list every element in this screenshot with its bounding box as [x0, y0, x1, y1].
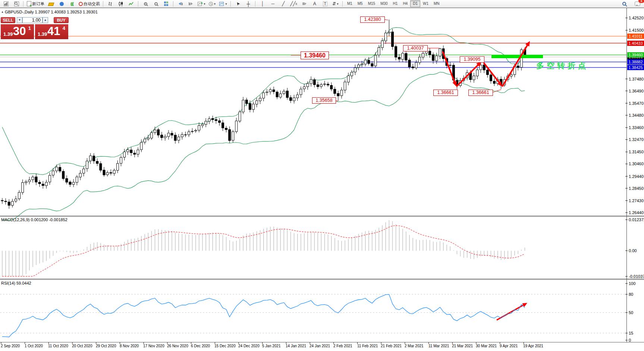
trendline-tool-button[interactable]: ╱	[278, 0, 289, 7]
periods-button[interactable]: ▼	[207, 0, 218, 7]
macd-axis-tick[interactable]: 0.00	[629, 248, 637, 253]
timeframe-button-W1[interactable]: W1	[420, 0, 431, 7]
date-axis-label[interactable]: 11 Mar 2021	[428, 344, 449, 348]
date-axis-label[interactable]: 26 Nov 2020	[167, 344, 188, 348]
date-axis-label[interactable]: 8 Nov 2020	[120, 344, 139, 348]
sell-button[interactable]: SELL	[1, 17, 15, 23]
templates-button[interactable]: ▼	[218, 0, 229, 7]
date-axis-label[interactable]: 21 Mar 2021	[452, 344, 473, 348]
rsi-axis-tick[interactable]: 0	[629, 338, 631, 342]
price-axis-tick[interactable]: 1.37480	[629, 77, 644, 81]
equidistant-channel-tool-button[interactable]: ╱╱E	[289, 0, 299, 7]
price-axis-tick[interactable]: 1.36490	[629, 89, 644, 93]
date-axis-label[interactable]: 11 Oct 2020	[48, 344, 68, 348]
date-axis-label[interactable]: 2 Sep 2020	[1, 344, 20, 348]
price-axis-tick[interactable]: 1.35470	[629, 101, 644, 106]
crosshair-tool-button[interactable]: ┼	[243, 0, 254, 7]
search-button[interactable]	[619, 0, 629, 7]
price-axis-tick[interactable]: 1.28450	[629, 186, 644, 191]
price-axis-tick[interactable]: 1.29440	[629, 174, 644, 179]
date-axis-label[interactable]: 1 Oct 2020	[25, 344, 43, 348]
volume-stepper-up[interactable]: ▲	[43, 17, 48, 23]
price-axis-tick[interactable]: 1.26440	[629, 210, 644, 215]
rsi-axis-tick[interactable]: 100	[629, 281, 635, 286]
rsi-axis-tick[interactable]: 50	[629, 310, 633, 315]
date-axis-label[interactable]: 20 Oct 2020	[72, 344, 92, 348]
date-axis-label[interactable]: 14 Jan 2021	[286, 344, 306, 348]
buy-button[interactable]: BUY	[54, 17, 69, 23]
community-button[interactable]	[56, 0, 67, 7]
macd-axis-tick[interactable]: -0.010374	[629, 274, 644, 279]
one-click-collapse-icon[interactable]: ▲	[1, 10, 4, 13]
line-chart-button[interactable]	[126, 0, 136, 7]
text-tool-button[interactable]: A	[310, 0, 320, 7]
price-axis-tick[interactable]: 1.30460	[629, 162, 644, 166]
date-axis-label[interactable]: 29 Oct 2020	[96, 344, 116, 348]
price-label-annotation[interactable]: 1.35658	[312, 97, 336, 104]
signals-button[interactable]: (((	[67, 0, 77, 7]
price-axis-tick[interactable]: 1.31450	[629, 150, 644, 154]
profiles-button[interactable]	[11, 0, 22, 7]
timeframe-button-D1[interactable]: D1	[410, 0, 420, 7]
price-axis-tick[interactable]: 1.33460	[629, 125, 644, 130]
price-label-annotation[interactable]: 1.36661	[433, 90, 458, 96]
sell-price-display[interactable]: 1.39 30 1	[1, 24, 34, 39]
text-label-tool-button[interactable]: T	[320, 0, 330, 7]
timeframe-button-M5[interactable]: M5	[355, 0, 365, 7]
timeframe-button-H4[interactable]: H4	[400, 0, 410, 7]
indicators-button[interactable]: +▼	[196, 0, 207, 7]
date-axis-label[interactable]: 15 Dec 2020	[214, 344, 236, 348]
date-axis-label[interactable]: 24 Dec 2020	[238, 344, 260, 348]
new-order-button[interactable]: + 新订单	[25, 0, 46, 7]
price-label-annotation[interactable]: 1.42380	[360, 16, 385, 23]
zoom-in-button[interactable]: +	[140, 0, 151, 7]
timeframe-button-MN[interactable]: MN	[431, 0, 442, 7]
price-axis-tick[interactable]: 1.32470	[629, 137, 644, 142]
auto-scroll-button[interactable]	[175, 0, 186, 7]
rsi-axis-tick[interactable]: 80	[629, 292, 633, 297]
volume-stepper-down[interactable]: ▼	[17, 17, 22, 23]
horizontal-line-tool-button[interactable]: ─	[268, 0, 278, 7]
price-label-annotation[interactable]: 1.36661	[468, 90, 493, 96]
buy-price-display[interactable]: 1.39 41 4	[35, 24, 68, 39]
date-axis-label[interactable]: 24 Jan 2021	[310, 344, 330, 348]
candlestick-chart-button[interactable]	[116, 0, 126, 7]
bull-bear-turning-point-note[interactable]: 多空转折点	[536, 60, 588, 71]
arrows-tool-button[interactable]: ⇵▼	[330, 0, 341, 7]
date-axis-label[interactable]: 11 Feb 2021	[357, 344, 378, 348]
date-axis-label[interactable]: 9 Apr 2021	[500, 344, 518, 348]
new-chart-button[interactable]	[1, 0, 11, 7]
date-axis-label[interactable]: 6 Dec 2020	[191, 344, 210, 348]
price-axis-tick[interactable]: 1.27430	[629, 198, 644, 203]
price-axis-tick[interactable]: 1.41500	[629, 28, 644, 32]
tile-windows-button[interactable]	[161, 0, 172, 7]
timeframe-button-M1[interactable]: M1	[345, 0, 355, 7]
macd-axis-tick[interactable]: 0.012372	[629, 217, 644, 222]
zoom-out-button[interactable]: -	[151, 0, 161, 7]
fibonacci-tool-button[interactable]: ≡F	[299, 0, 310, 7]
deposit-button[interactable]	[46, 0, 56, 7]
date-axis-label[interactable]: 17 Nov 2020	[143, 344, 164, 348]
chart-shift-button[interactable]	[186, 0, 196, 7]
date-axis-label[interactable]: 21 Feb 2021	[381, 344, 402, 348]
price-label-annotation[interactable]: 1.39095	[460, 56, 484, 63]
price-axis-tick[interactable]: 1.34480	[629, 113, 644, 117]
date-axis-label[interactable]: 30 Mar 2021	[476, 344, 497, 348]
date-axis-label[interactable]: 2 Feb 2021	[333, 344, 352, 348]
autotrading-button[interactable]: 自动交易	[77, 0, 101, 7]
volume-input[interactable]: 1.00	[22, 17, 43, 23]
rsi-axis-tick[interactable]: 15	[629, 331, 633, 335]
timeframe-button-M15[interactable]: M15	[365, 0, 378, 7]
timeframe-button-M30[interactable]: M30	[378, 0, 390, 7]
date-axis-label[interactable]: 19 Apr 2021	[523, 344, 543, 348]
date-axis-label[interactable]: 5 Jan 2021	[262, 344, 281, 348]
timeframe-button-H1[interactable]: H1	[390, 0, 400, 7]
vertical-line-tool-button[interactable]: │	[257, 0, 268, 7]
bar-chart-button[interactable]	[105, 0, 116, 7]
price-axis-tick[interactable]: 1.42520	[629, 16, 644, 20]
price-label-annotation[interactable]: 1.40037	[403, 45, 428, 51]
notifications-button[interactable]: 1	[629, 0, 642, 7]
date-axis-label[interactable]: 2 Mar 2021	[405, 344, 424, 348]
cursor-tool-button[interactable]: ➤	[233, 0, 243, 7]
price-label-annotation[interactable]: 1.39460	[301, 51, 329, 59]
